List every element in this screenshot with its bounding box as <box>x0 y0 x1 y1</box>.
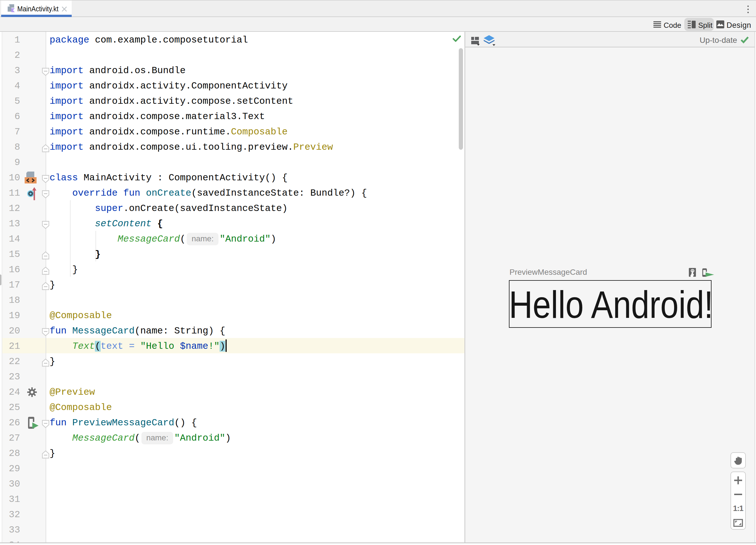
svg-text:Hello Android!: Hello Android! <box>509 283 712 326</box>
